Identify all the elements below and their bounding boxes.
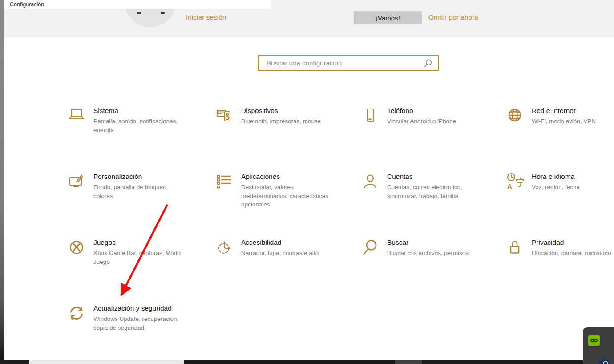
page-title: Configuración	[10, 1, 44, 8]
skip-for-now-link[interactable]: Omitir por ahora	[428, 13, 478, 21]
desktop-edge-strip	[0, 0, 4, 364]
tile-subtitle: Buscar mis archivos, permisos	[387, 249, 469, 258]
title-bar	[4, 0, 271, 9]
laptop-icon	[66, 105, 87, 126]
tile-subtitle: Bluetooth, impresoras, mouse	[241, 117, 321, 126]
avatar-eye-right	[161, 12, 165, 14]
devices-icon	[214, 105, 235, 126]
search-icon[interactable]	[424, 59, 432, 68]
settings-tile-sistema[interactable]: Sistema Pantalla, sonido, notificaciones…	[66, 103, 209, 134]
globe-icon	[504, 105, 525, 126]
settings-tile-buscar[interactable]: Buscar Buscar mis archivos, permisos	[360, 235, 503, 258]
taskbar-strip	[0, 360, 29, 364]
tile-title: Hora e idioma	[532, 173, 580, 181]
settings-tile-aplicaciones[interactable]: Aplicaciones Desinstalar, valores predet…	[214, 169, 357, 209]
tile-title: Privacidad	[532, 239, 611, 247]
nvidia-icon[interactable]	[588, 335, 600, 346]
taskbar-strip	[184, 360, 395, 364]
tile-subtitle: Desinstalar, valores predeterminados, ca…	[241, 183, 333, 209]
search-input[interactable]	[266, 59, 424, 67]
settings-search-box[interactable]	[258, 55, 439, 71]
settings-tile-accesibilidad[interactable]: Accesibilidad Narrador, lupa, contraste …	[214, 235, 357, 258]
tile-title: Red e Internet	[532, 107, 596, 115]
tile-subtitle: Narrador, lupa, contraste alto	[241, 249, 319, 258]
tile-subtitle: Ubicación, cámara, micrófono	[532, 249, 611, 258]
settings-tile-actualizacion-seguridad[interactable]: Actualización y seguridad Windows Update…	[66, 301, 209, 332]
tile-subtitle: Xbox Game Bar, capturas, Modo Juego	[93, 249, 185, 266]
tile-title: Aplicaciones	[241, 173, 333, 181]
apps-list-icon	[214, 171, 235, 192]
window-border	[4, 0, 4, 360]
personalization-icon	[66, 171, 87, 192]
settings-tile-cuentas[interactable]: Cuentas Cuentas, correo electrónico, sin…	[360, 169, 503, 200]
accessibility-icon	[214, 237, 235, 258]
sign-in-link[interactable]: Iniciar sesión	[186, 13, 226, 21]
tile-title: Actualización y seguridad	[93, 304, 185, 312]
settings-tile-dispositivos[interactable]: Dispositivos Bluetooth, impresoras, mous…	[214, 103, 357, 126]
xbox-icon	[66, 237, 87, 258]
tile-subtitle: Windows Update, recuperación, copia de s…	[93, 315, 185, 332]
avatar-eye-left	[137, 12, 141, 14]
settings-tile-telefono[interactable]: Teléfono Vincular Android o iPhone	[360, 103, 503, 126]
tile-title: Cuentas	[387, 173, 479, 181]
tile-title: Teléfono	[387, 107, 456, 115]
tile-subtitle: Fondo, pantalla de bloqueo, colores	[93, 183, 185, 200]
tile-subtitle: Cuentas, correo electrónico, sincronizar…	[387, 183, 479, 200]
tile-subtitle: Pantalla, sonido, notificaciones, energí…	[93, 117, 185, 134]
tile-title: Sistema	[93, 107, 185, 115]
settings-tile-hora-idioma[interactable]: A Hora e idioma Voz, región, fecha	[504, 169, 614, 192]
magnifier-icon	[360, 237, 381, 258]
tile-title: Buscar	[387, 239, 469, 247]
tile-subtitle: Vincular Android o iPhone	[387, 117, 456, 126]
background-window-strip	[29, 360, 184, 364]
vamos-button[interactable]: ¡Vamos!	[354, 11, 422, 24]
settings-tile-juegos[interactable]: Juegos Xbox Game Bar, capturas, Modo Jue…	[66, 235, 209, 266]
settings-tile-personalizacion[interactable]: Personalización Fondo, pantalla de bloqu…	[66, 169, 209, 200]
settings-tile-red-internet[interactable]: Red e Internet Wi-Fi, modo avión, VPN	[504, 103, 614, 126]
person-icon	[360, 171, 381, 192]
lock-icon	[504, 237, 525, 258]
svg-text:A: A	[507, 182, 512, 190]
time-language-icon: A	[504, 171, 525, 192]
taskbar-strip	[395, 360, 422, 364]
phone-icon	[360, 105, 381, 126]
settings-tile-privacidad[interactable]: Privacidad Ubicación, cámara, micrófono	[504, 235, 614, 258]
tile-title: Accesibilidad	[241, 239, 319, 247]
tile-title: Personalización	[93, 173, 185, 181]
refresh-icon	[66, 303, 87, 324]
tile-subtitle: Voz, región, fecha	[532, 183, 580, 192]
tile-subtitle: Wi-Fi, modo avión, VPN	[532, 117, 596, 126]
tile-title: Juegos	[93, 239, 185, 247]
tile-title: Dispositivos	[241, 107, 321, 115]
